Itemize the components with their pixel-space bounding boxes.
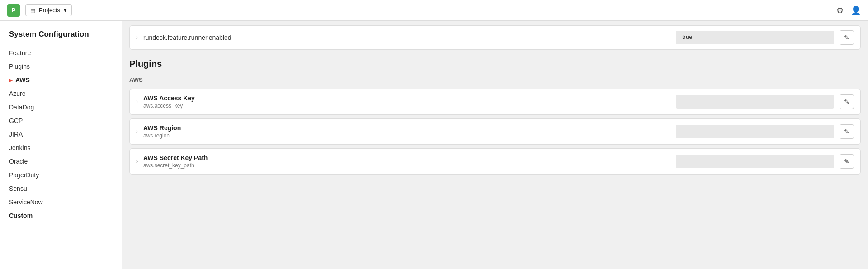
plugin-chevron-aws-secret-key-path[interactable]: ›	[136, 158, 138, 165]
plugin-key-aws-secret-key-path: aws.secret_key_path	[143, 162, 670, 169]
plugin-name-aws-secret-key-path: AWS Secret Key Path	[143, 154, 670, 161]
sidebar-label-oracle: Oracle	[9, 158, 28, 165]
sidebar-item-sensu[interactable]: Sensu	[0, 182, 122, 195]
plugin-name-aws-access-key: AWS Access Key	[143, 94, 670, 102]
dropdown-chevron-icon: ▾	[64, 7, 67, 14]
config-row-runner: › rundeck.feature.runner.enabled true ✎	[129, 25, 861, 50]
sidebar: System Configuration FeaturePlugins▶AWSA…	[0, 21, 122, 269]
sidebar-item-jira[interactable]: JIRA	[0, 127, 122, 141]
projects-label: Projects	[39, 7, 60, 14]
plugin-chevron-aws-region[interactable]: ›	[136, 128, 138, 135]
plugin-info-aws-access-key: AWS Access Keyaws.access_key	[143, 94, 670, 109]
settings-icon[interactable]: ⚙	[836, 5, 844, 15]
top-nav-right: ⚙ 👤	[836, 5, 861, 15]
plugin-edit-button-aws-secret-key-path[interactable]: ✎	[840, 154, 854, 169]
plugin-rows: ›AWS Access Keyaws.access_key✎›AWS Regio…	[122, 89, 868, 175]
sidebar-item-jenkins[interactable]: Jenkins	[0, 141, 122, 155]
sidebar-label-servicenow: ServiceNow	[9, 198, 43, 206]
sidebar-arrow-aws: ▶	[9, 78, 13, 83]
sidebar-item-custom[interactable]: Custom	[0, 209, 122, 222]
config-chevron-icon[interactable]: ›	[136, 34, 138, 41]
logo-icon: P	[7, 4, 20, 17]
main-content: › rundeck.feature.runner.enabled true ✎ …	[122, 21, 868, 269]
plugin-value-aws-secret-key-path	[676, 155, 834, 168]
plugin-row-aws-region: ›AWS Regionaws.region✎	[129, 118, 861, 145]
sidebar-item-gcp[interactable]: GCP	[0, 114, 122, 127]
plugin-edit-button-aws-access-key[interactable]: ✎	[840, 94, 854, 109]
sidebar-item-oracle[interactable]: Oracle	[0, 155, 122, 168]
sidebar-label-feature: Feature	[9, 49, 31, 57]
config-label: rundeck.feature.runner.enabled	[143, 34, 670, 41]
user-icon[interactable]: 👤	[851, 5, 861, 15]
top-nav: P ▤ Projects ▾ ⚙ 👤	[0, 0, 868, 21]
plugin-value-aws-access-key	[676, 95, 834, 109]
plugin-name-aws-region: AWS Region	[143, 124, 670, 132]
plugin-edit-button-aws-region[interactable]: ✎	[840, 124, 854, 139]
plugin-info-aws-region: AWS Regionaws.region	[143, 124, 670, 139]
sidebar-label-sensu: Sensu	[9, 185, 27, 192]
sidebar-label-plugins: Plugins	[9, 63, 30, 70]
sidebar-item-plugins[interactable]: Plugins	[0, 60, 122, 73]
sidebar-label-jira: JIRA	[9, 131, 23, 138]
plugins-section-heading: Plugins	[122, 50, 868, 73]
sidebar-label-aws: AWS	[15, 76, 30, 84]
sidebar-items: FeaturePlugins▶AWSAzureDataDogGCPJIRAJen…	[0, 46, 122, 222]
top-nav-left: P ▤ Projects ▾	[7, 4, 72, 17]
sidebar-title: System Configuration	[0, 30, 122, 46]
sidebar-label-gcp: GCP	[9, 117, 23, 124]
sidebar-item-servicenow[interactable]: ServiceNow	[0, 195, 122, 209]
plugin-key-aws-access-key: aws.access_key	[143, 103, 670, 109]
projects-dropdown[interactable]: ▤ Projects ▾	[25, 4, 72, 16]
plugin-row-aws-access-key: ›AWS Access Keyaws.access_key✎	[129, 89, 861, 115]
layout: System Configuration FeaturePlugins▶AWSA…	[0, 21, 868, 269]
sidebar-item-aws[interactable]: ▶AWS	[0, 73, 122, 87]
plugin-value-aws-region	[676, 125, 834, 138]
plugin-key-aws-region: aws.region	[143, 132, 670, 139]
sidebar-label-jenkins: Jenkins	[9, 144, 30, 151]
aws-subheading: AWS	[122, 73, 868, 85]
sidebar-label-azure: Azure	[9, 90, 26, 97]
sidebar-label-custom: Custom	[9, 212, 33, 219]
plugin-chevron-aws-access-key[interactable]: ›	[136, 99, 138, 105]
config-value: true	[676, 31, 834, 44]
sidebar-item-pagerduty[interactable]: PagerDuty	[0, 168, 122, 182]
sidebar-label-datadog: DataDog	[9, 104, 34, 111]
sidebar-item-datadog[interactable]: DataDog	[0, 100, 122, 114]
projects-icon: ▤	[30, 7, 35, 14]
plugin-info-aws-secret-key-path: AWS Secret Key Pathaws.secret_key_path	[143, 154, 670, 169]
sidebar-label-pagerduty: PagerDuty	[9, 171, 39, 179]
plugin-row-aws-secret-key-path: ›AWS Secret Key Pathaws.secret_key_path✎	[129, 148, 861, 175]
sidebar-item-feature[interactable]: Feature	[0, 46, 122, 60]
config-edit-button[interactable]: ✎	[840, 30, 854, 45]
sidebar-item-azure[interactable]: Azure	[0, 87, 122, 100]
